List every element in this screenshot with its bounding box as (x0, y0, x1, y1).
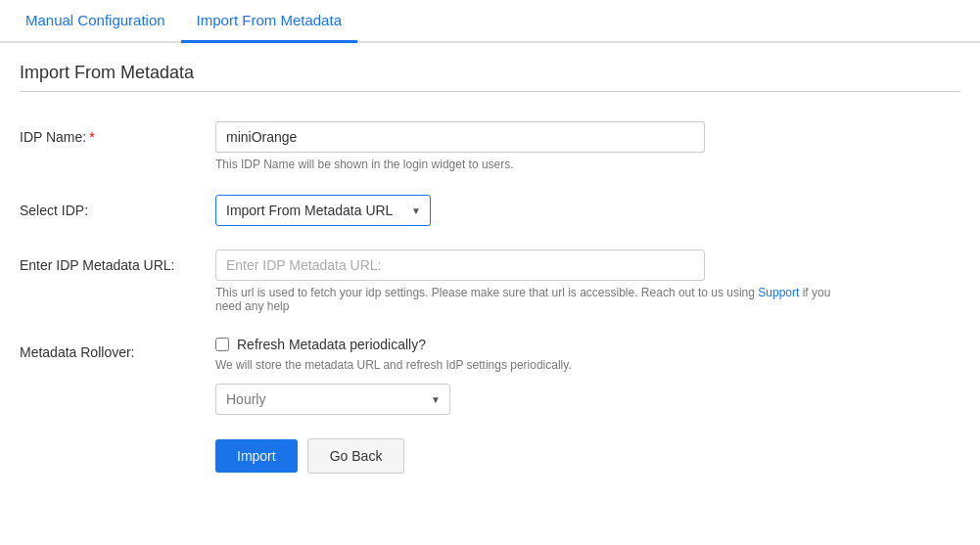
tab-import-from-metadata[interactable]: Import From Metadata (181, 0, 357, 43)
idp-name-hint: This IDP Name will be shown in the login… (215, 158, 852, 171)
support-link[interactable]: Support (758, 286, 799, 299)
go-back-button[interactable]: Go Back (307, 438, 405, 474)
hint-prefix-text: This url is used to fetch your idp setti… (215, 286, 758, 299)
select-idp-wrapper: Import From Metadata URL Manual (215, 195, 431, 226)
select-idp-row: Select IDP: Import From Metadata URL Man… (20, 195, 960, 226)
metadata-rollover-label: Metadata Rollover: (20, 337, 215, 360)
tab-manual-configuration[interactable]: Manual Configuration (10, 0, 181, 43)
idp-metadata-url-label: Enter IDP Metadata URL: (20, 250, 215, 273)
select-idp-dropdown[interactable]: Import From Metadata URL Manual (215, 195, 431, 226)
refresh-metadata-checkbox-row: Refresh Metadata periodically? (215, 337, 852, 352)
import-button[interactable]: Import (215, 439, 298, 473)
idp-name-input[interactable] (215, 121, 705, 153)
required-marker: * (89, 129, 94, 145)
title-divider (20, 91, 960, 92)
metadata-rollover-hint: We will store the metadata URL and refre… (215, 358, 852, 372)
idp-metadata-url-row: Enter IDP Metadata URL: This url is used… (20, 250, 960, 313)
select-idp-field: Import From Metadata URL Manual (215, 195, 852, 226)
idp-name-field: This IDP Name will be shown in the login… (215, 121, 852, 171)
page-content: Import From Metadata IDP Name:* This IDP… (0, 43, 980, 503)
page-title: Import From Metadata (20, 63, 960, 83)
rollover-frequency-wrapper: Hourly Daily Weekly (215, 384, 450, 415)
idp-metadata-url-hint: This url is used to fetch your idp setti… (215, 286, 852, 313)
tab-bar: Manual Configuration Import From Metadat… (0, 0, 980, 43)
metadata-rollover-row: Metadata Rollover: Refresh Metadata peri… (20, 337, 960, 415)
refresh-metadata-checkbox-label[interactable]: Refresh Metadata periodically? (237, 337, 426, 352)
button-row: Import Go Back (20, 438, 960, 474)
idp-metadata-url-input[interactable] (215, 250, 705, 281)
select-idp-label: Select IDP: (20, 195, 215, 218)
idp-name-row: IDP Name:* This IDP Name will be shown i… (20, 121, 960, 171)
metadata-rollover-field: Refresh Metadata periodically? We will s… (215, 337, 852, 415)
rollover-frequency-dropdown[interactable]: Hourly Daily Weekly (215, 384, 450, 415)
idp-name-label: IDP Name:* (20, 121, 215, 145)
idp-metadata-url-field: This url is used to fetch your idp setti… (215, 250, 852, 313)
refresh-metadata-checkbox[interactable] (215, 338, 229, 351)
